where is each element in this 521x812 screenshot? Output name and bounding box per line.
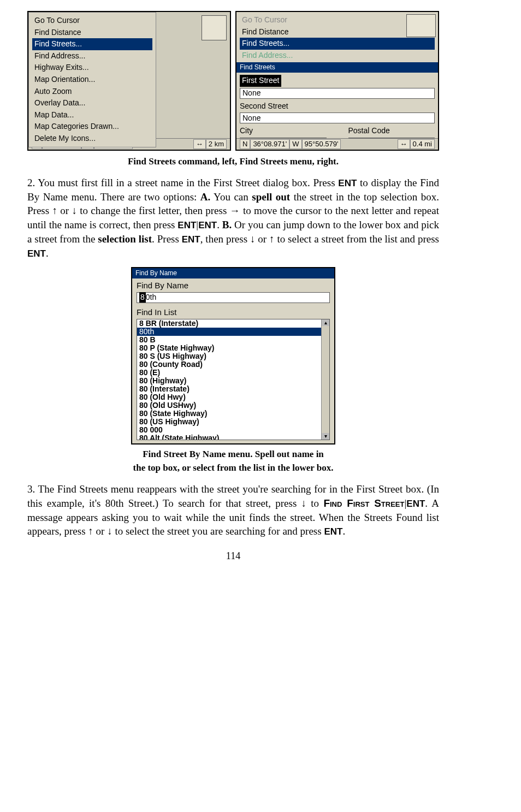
spell-out: spell out	[252, 191, 290, 203]
spell-rest: 0th	[146, 292, 156, 303]
list-item[interactable]: 80 (Old USHwy)	[137, 401, 329, 410]
text: .	[342, 525, 345, 537]
paragraph-3: 3. The Find Streets menu reappears with …	[27, 482, 439, 538]
list-item[interactable]: 80 (US Highway)	[137, 418, 329, 426]
list-item[interactable]: 80th	[137, 328, 329, 336]
second-street-label: Second Street	[240, 102, 288, 110]
menu-item-map-orientation[interactable]: Map Orientation...	[32, 74, 152, 86]
city-label: City	[240, 126, 327, 137]
menu-item-find-distance: Find Distance	[240, 26, 435, 38]
menu-item-find-distance[interactable]: Find Distance	[32, 27, 152, 39]
spell-input[interactable]: 80th	[137, 292, 330, 303]
paragraph-2: 2. You must first fill in a street name …	[27, 176, 439, 260]
caption-1: Find Streets command, left, Find Streets…	[27, 155, 439, 168]
menu-item-auto-zoom[interactable]: Auto Zoom	[32, 86, 152, 98]
menu-item-find-streets[interactable]: Find Streets...	[32, 38, 152, 50]
list-item[interactable]: 80 S (US Highway)	[137, 352, 329, 360]
lat-n-indicator: N	[240, 139, 250, 149]
menu-item-find-address[interactable]: Find Address...	[32, 50, 152, 62]
scroll-up-icon[interactable]: ▴	[322, 319, 329, 326]
key-ent: ENT	[324, 526, 342, 537]
list-item[interactable]: 80 000	[137, 426, 329, 434]
figures-row: Go To Cursor Find Distance Find Streets.…	[27, 11, 439, 151]
page-number: 114	[27, 549, 439, 563]
menu-item-find-address-dim: Find Address...	[240, 50, 435, 62]
figure-right: Go To Cursor Find Distance Find Streets.…	[235, 11, 439, 151]
cmd-find-first-street: Find First Street	[323, 497, 404, 509]
find-by-name-label: Find By Name	[132, 278, 334, 291]
text: 2. You must first fill in a street name …	[27, 177, 338, 188]
figure-left: Go To Cursor Find Distance Find Streets.…	[27, 11, 231, 151]
menu-item-go-to-cursor[interactable]: Go To Cursor	[32, 15, 152, 27]
key-ent: ENT	[177, 220, 196, 230]
spell-cursor-char: 8	[139, 292, 146, 303]
panel-title-find-streets: Find Streets	[236, 62, 438, 73]
list-item[interactable]: 80 (State Highway)	[137, 410, 329, 418]
caption-2a: Find Street By Name menu. Spell out name…	[27, 448, 439, 461]
first-street-label: First Street	[240, 75, 281, 87]
list-item[interactable]: 8 BR (Interstate)	[137, 319, 329, 328]
figure-find-by-name: Find By Name Find By Name 80th Find In L…	[131, 267, 335, 444]
coord-lat: 36°08.971'	[250, 139, 289, 149]
text: .	[217, 219, 222, 230]
text: You can	[210, 191, 252, 203]
menu-item-overlay-data[interactable]: Overlay Data...	[32, 97, 152, 109]
list-item[interactable]: 80 (County Road)	[137, 360, 329, 369]
menu-item-delete-icons[interactable]: Delete My Icons...	[32, 133, 152, 145]
list-item[interactable]: 80 (E)	[137, 369, 329, 377]
scroll-down-icon[interactable]: ▾	[322, 433, 329, 440]
key-ent: ENT	[338, 178, 357, 188]
street-list[interactable]: 8 BR (Interstate) 80th 80 B 80 P (State …	[137, 319, 330, 440]
list-item[interactable]: 80 (Old Hwy)	[137, 393, 329, 401]
option-a: A.	[200, 191, 210, 203]
text: , then press ↓ or ↑ to select a street f…	[200, 233, 439, 245]
text: .	[46, 247, 49, 259]
key-ent: ENT	[27, 248, 46, 259]
panel-title-find-by-name: Find By Name	[132, 268, 334, 278]
scale: 0.4 mi	[410, 139, 435, 149]
compass-icon	[406, 14, 436, 37]
context-menu: Go To Cursor Find Distance Find Streets.…	[28, 12, 156, 147]
option-b: B.	[222, 219, 232, 230]
scrollbar[interactable]: ▴ ▾	[321, 319, 329, 440]
list-item[interactable]: 80 Alt (State Highway)	[137, 434, 329, 440]
scale: 2 km	[206, 139, 227, 149]
compass-icon	[202, 15, 227, 40]
caption-2b: the top box, or select from the list in …	[27, 461, 439, 475]
selection-list: selection list	[98, 233, 152, 245]
menu-item-map-data[interactable]: Map Data...	[32, 109, 152, 121]
menu-item-highway-exits[interactable]: Highway Exits...	[32, 62, 152, 74]
arrows-icon: ↔	[398, 139, 410, 149]
menu-item-find-streets-sel: Find Streets...	[240, 38, 435, 50]
key-ent: ENT	[182, 234, 200, 245]
key-ent: ENT	[198, 220, 217, 230]
first-street-input[interactable]: None	[240, 88, 435, 99]
dir-w: W	[289, 139, 301, 149]
list-item[interactable]: 80 (Interstate)	[137, 385, 329, 393]
list-item[interactable]: 80 B	[137, 336, 329, 344]
status-bar-right: N 36°08.971' W 95°50.579' ↔ 0.4 mi	[236, 138, 438, 150]
find-in-list-label: Find In List	[132, 305, 334, 318]
coord-lon: 95°50.579'	[302, 139, 341, 149]
postal-label: Postal Code	[348, 126, 435, 137]
menu-item-map-categories[interactable]: Map Categories Drawn...	[32, 121, 152, 133]
text: . Press	[152, 233, 182, 245]
arrows-icon: ↔	[193, 139, 206, 149]
second-street-input[interactable]: None	[240, 112, 435, 123]
menu-item-go-to-cursor-dim: Go To Cursor	[240, 14, 435, 26]
key-ent: ENT	[406, 499, 425, 509]
list-item[interactable]: 80 P (State Highway)	[137, 344, 329, 352]
list-item[interactable]: 80 (Highway)	[137, 377, 329, 385]
